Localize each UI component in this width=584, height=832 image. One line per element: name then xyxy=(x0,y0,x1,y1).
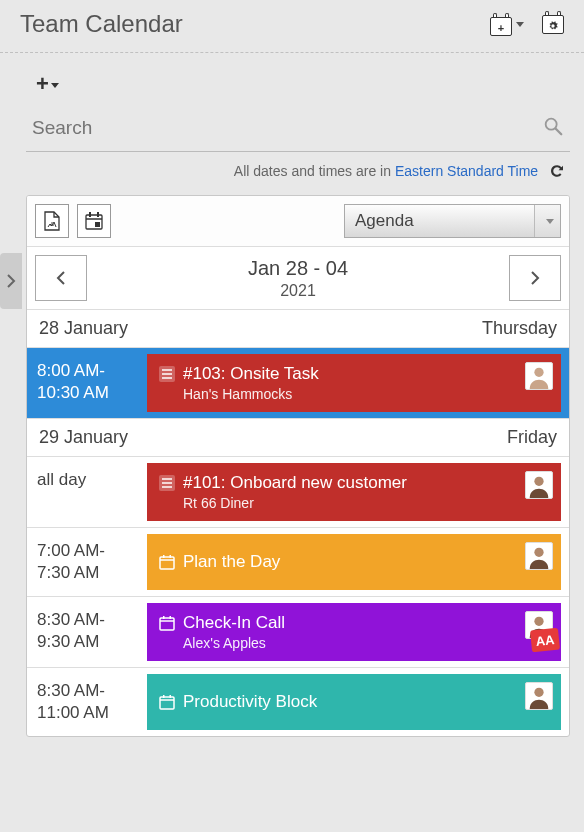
date-range-text: Jan 28 - 04 xyxy=(87,257,509,280)
svg-rect-28 xyxy=(160,697,174,709)
svg-point-22 xyxy=(534,548,543,557)
event-row[interactable]: 7:00 AM-7:30 AM Plan the Day xyxy=(27,528,569,597)
svg-rect-26 xyxy=(170,616,172,619)
refresh-button[interactable] xyxy=(548,162,566,183)
search-row xyxy=(26,111,570,152)
svg-rect-21 xyxy=(170,555,172,558)
calendar-icon xyxy=(159,554,175,570)
avatar xyxy=(525,471,553,499)
page-title: Team Calendar xyxy=(20,10,490,38)
event-row[interactable]: 8:30 AM-9:30 AM Check-In Call Alex's App… xyxy=(27,597,569,668)
event-subtitle: Rt 66 Diner xyxy=(183,495,549,511)
list-icon xyxy=(159,366,175,382)
timezone-prefix: All dates and times are in xyxy=(234,163,395,179)
list-icon xyxy=(159,475,175,491)
date-navigation: Jan 28 - 04 2021 xyxy=(27,247,569,310)
event-card[interactable]: Check-In Call Alex's Apples AA xyxy=(147,603,561,661)
svg-rect-25 xyxy=(163,616,165,619)
event-card[interactable]: Plan the Day xyxy=(147,534,561,590)
view-select[interactable]: Agenda xyxy=(344,204,561,238)
event-row[interactable]: all day #101: Onboard new customer Rt 66… xyxy=(27,457,569,528)
event-subtitle: Alex's Apples xyxy=(183,635,549,651)
event-time: all day xyxy=(27,457,147,527)
event-card[interactable]: #101: Onboard new customer Rt 66 Diner xyxy=(147,463,561,521)
svg-rect-7 xyxy=(95,222,100,227)
svg-rect-30 xyxy=(163,695,165,698)
event-card[interactable]: #103: Onsite Task Han's Hammocks xyxy=(147,354,561,412)
svg-point-32 xyxy=(534,688,543,697)
calendar-settings-button[interactable] xyxy=(542,11,564,38)
add-calendar-menu[interactable]: + xyxy=(490,13,524,36)
event-subtitle: Han's Hammocks xyxy=(183,386,549,402)
header-actions: + xyxy=(490,11,564,38)
svg-rect-20 xyxy=(163,555,165,558)
chevron-down-icon xyxy=(516,22,524,27)
event-card[interactable]: Productivity Block xyxy=(147,674,561,730)
calendar-icon xyxy=(159,694,175,710)
event-time: 8:30 AM-11:00 AM xyxy=(27,668,147,736)
next-period-button[interactable] xyxy=(509,255,561,301)
event-time: 7:00 AM-7:30 AM xyxy=(27,528,147,596)
calendar-toolbar: A Agenda xyxy=(27,196,569,247)
calendar-panel: A Agenda Jan 28 - 04 xyxy=(26,195,570,737)
svg-rect-6 xyxy=(97,212,99,217)
avatar xyxy=(525,362,553,390)
add-row: + xyxy=(26,63,570,111)
event-title-text: #103: Onsite Task xyxy=(183,364,319,384)
event-time: 8:00 AM-10:30 AM xyxy=(27,348,147,418)
add-button[interactable]: + xyxy=(36,71,59,96)
page-header: Team Calendar + xyxy=(0,0,584,53)
svg-point-17 xyxy=(534,477,543,486)
search-icon[interactable] xyxy=(542,115,564,141)
event-title-text: Check-In Call xyxy=(183,613,285,633)
day-header: 28 January Thursday xyxy=(27,310,569,348)
day-date: 28 January xyxy=(39,318,128,339)
chevron-down-icon xyxy=(534,205,560,237)
main-area: + All dates and times are in Eastern Sta… xyxy=(0,53,584,737)
svg-line-1 xyxy=(556,129,562,135)
prev-period-button[interactable] xyxy=(35,255,87,301)
assignee-badge: AA xyxy=(530,628,560,653)
svg-rect-31 xyxy=(170,695,172,698)
day-header: 29 January Friday xyxy=(27,419,569,457)
view-select-value: Agenda xyxy=(355,211,414,231)
calendar-icon xyxy=(159,615,175,631)
day-date: 29 January xyxy=(39,427,128,448)
timezone-link[interactable]: Eastern Standard Time xyxy=(395,163,538,179)
expand-panel-tab[interactable] xyxy=(0,253,22,309)
svg-point-12 xyxy=(534,368,543,377)
timezone-notice: All dates and times are in Eastern Stand… xyxy=(26,152,570,195)
calendar-plus-icon: + xyxy=(490,13,512,36)
search-input[interactable] xyxy=(32,117,542,139)
avatar xyxy=(525,682,553,710)
export-pdf-button[interactable]: A xyxy=(35,204,69,238)
svg-point-27 xyxy=(534,617,543,626)
event-row[interactable]: 8:00 AM-10:30 AM #103: Onsite Task Han's… xyxy=(27,348,569,419)
chevron-down-icon xyxy=(51,83,59,88)
calendar-gear-icon xyxy=(542,11,564,34)
date-range: Jan 28 - 04 2021 xyxy=(87,257,509,300)
day-weekday: Thursday xyxy=(482,318,557,339)
day-weekday: Friday xyxy=(507,427,557,448)
svg-rect-18 xyxy=(160,557,174,569)
event-row[interactable]: 8:30 AM-11:00 AM Productivity Block xyxy=(27,668,569,736)
date-range-year: 2021 xyxy=(87,282,509,300)
event-title-text: Plan the Day xyxy=(183,552,280,572)
today-button[interactable] xyxy=(77,204,111,238)
event-time: 8:30 AM-9:30 AM xyxy=(27,597,147,667)
avatar xyxy=(525,542,553,570)
svg-rect-23 xyxy=(160,618,174,630)
event-title-text: #101: Onboard new customer xyxy=(183,473,407,493)
event-title-text: Productivity Block xyxy=(183,692,317,712)
svg-rect-5 xyxy=(89,212,91,217)
